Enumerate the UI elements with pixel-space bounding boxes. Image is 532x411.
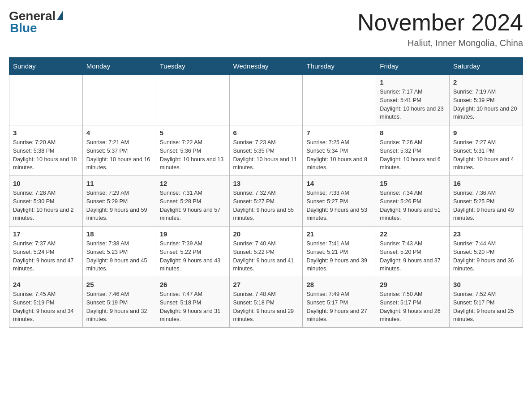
calendar-cell: 11Sunrise: 7:29 AMSunset: 5:29 PMDayligh… bbox=[82, 176, 156, 227]
day-info: Sunrise: 7:19 AMSunset: 5:39 PMDaylight:… bbox=[453, 88, 519, 121]
day-number: 14 bbox=[306, 180, 372, 187]
day-number: 15 bbox=[380, 180, 446, 187]
calendar-cell: 16Sunrise: 7:36 AMSunset: 5:25 PMDayligh… bbox=[450, 176, 523, 227]
day-number: 1 bbox=[380, 78, 446, 86]
calendar-cell: 5Sunrise: 7:22 AMSunset: 5:36 PMDaylight… bbox=[156, 125, 229, 176]
day-number: 19 bbox=[160, 230, 226, 238]
day-info: Sunrise: 7:37 AMSunset: 5:24 PMDaylight:… bbox=[13, 240, 79, 273]
day-number: 30 bbox=[453, 281, 519, 288]
day-info: Sunrise: 7:32 AMSunset: 5:27 PMDaylight:… bbox=[233, 189, 299, 223]
day-info: Sunrise: 7:50 AMSunset: 5:17 PMDaylight:… bbox=[380, 290, 446, 324]
day-number: 13 bbox=[233, 180, 299, 187]
calendar-cell bbox=[303, 75, 376, 125]
month-title: November 2024 bbox=[357, 9, 523, 36]
day-info: Sunrise: 7:46 AMSunset: 5:19 PMDaylight:… bbox=[86, 290, 152, 324]
day-info: Sunrise: 7:38 AMSunset: 5:23 PMDaylight:… bbox=[86, 240, 152, 273]
day-info: Sunrise: 7:36 AMSunset: 5:25 PMDaylight:… bbox=[453, 189, 519, 223]
day-info: Sunrise: 7:39 AMSunset: 5:22 PMDaylight:… bbox=[160, 240, 226, 273]
day-number: 5 bbox=[160, 129, 226, 137]
day-info: Sunrise: 7:26 AMSunset: 5:32 PMDaylight:… bbox=[380, 138, 446, 172]
day-number: 28 bbox=[306, 281, 372, 288]
day-info: Sunrise: 7:22 AMSunset: 5:36 PMDaylight:… bbox=[160, 138, 226, 172]
col-monday: Monday bbox=[82, 58, 156, 75]
day-number: 21 bbox=[306, 230, 372, 238]
day-info: Sunrise: 7:34 AMSunset: 5:26 PMDaylight:… bbox=[380, 189, 446, 223]
logo-arrow-icon bbox=[57, 10, 63, 20]
calendar-cell: 23Sunrise: 7:44 AMSunset: 5:20 PMDayligh… bbox=[450, 227, 523, 277]
day-number: 2 bbox=[453, 78, 519, 86]
calendar-cell: 9Sunrise: 7:27 AMSunset: 5:31 PMDaylight… bbox=[450, 125, 523, 176]
day-number: 12 bbox=[160, 180, 226, 187]
calendar-cell: 8Sunrise: 7:26 AMSunset: 5:32 PMDaylight… bbox=[376, 125, 450, 176]
calendar-cell bbox=[156, 75, 229, 125]
day-number: 11 bbox=[86, 180, 152, 187]
day-info: Sunrise: 7:45 AMSunset: 5:19 PMDaylight:… bbox=[13, 290, 79, 324]
calendar-cell: 27Sunrise: 7:48 AMSunset: 5:18 PMDayligh… bbox=[229, 277, 303, 328]
day-number: 6 bbox=[233, 129, 299, 137]
day-number: 24 bbox=[13, 281, 79, 288]
day-info: Sunrise: 7:52 AMSunset: 5:17 PMDaylight:… bbox=[453, 290, 519, 324]
day-number: 3 bbox=[13, 129, 79, 137]
calendar-cell: 19Sunrise: 7:39 AMSunset: 5:22 PMDayligh… bbox=[156, 227, 229, 277]
calendar-cell: 14Sunrise: 7:33 AMSunset: 5:27 PMDayligh… bbox=[303, 176, 376, 227]
calendar-cell: 24Sunrise: 7:45 AMSunset: 5:19 PMDayligh… bbox=[9, 277, 83, 328]
col-friday: Friday bbox=[376, 58, 450, 75]
day-info: Sunrise: 7:20 AMSunset: 5:38 PMDaylight:… bbox=[13, 138, 79, 172]
calendar-cell: 26Sunrise: 7:47 AMSunset: 5:18 PMDayligh… bbox=[156, 277, 229, 328]
day-info: Sunrise: 7:49 AMSunset: 5:17 PMDaylight:… bbox=[306, 290, 372, 324]
calendar-cell: 10Sunrise: 7:28 AMSunset: 5:30 PMDayligh… bbox=[9, 176, 83, 227]
day-number: 8 bbox=[380, 129, 446, 137]
calendar-cell: 6Sunrise: 7:23 AMSunset: 5:35 PMDaylight… bbox=[229, 125, 303, 176]
day-info: Sunrise: 7:21 AMSunset: 5:37 PMDaylight:… bbox=[86, 138, 152, 172]
calendar-header-row: Sunday Monday Tuesday Wednesday Thursday… bbox=[9, 58, 523, 75]
calendar-week-4: 17Sunrise: 7:37 AMSunset: 5:24 PMDayligh… bbox=[9, 227, 523, 277]
calendar-cell: 3Sunrise: 7:20 AMSunset: 5:38 PMDaylight… bbox=[9, 125, 83, 176]
day-info: Sunrise: 7:17 AMSunset: 5:41 PMDaylight:… bbox=[380, 88, 446, 121]
page-header: General Blue November 2024 Haliut, Inner… bbox=[9, 9, 523, 48]
day-info: Sunrise: 7:25 AMSunset: 5:34 PMDaylight:… bbox=[306, 138, 372, 172]
day-number: 10 bbox=[13, 180, 79, 187]
calendar-week-3: 10Sunrise: 7:28 AMSunset: 5:30 PMDayligh… bbox=[9, 176, 523, 227]
calendar-cell: 7Sunrise: 7:25 AMSunset: 5:34 PMDaylight… bbox=[303, 125, 376, 176]
col-wednesday: Wednesday bbox=[229, 58, 303, 75]
calendar-cell: 25Sunrise: 7:46 AMSunset: 5:19 PMDayligh… bbox=[82, 277, 156, 328]
calendar-cell bbox=[9, 75, 83, 125]
day-info: Sunrise: 7:44 AMSunset: 5:20 PMDaylight:… bbox=[453, 240, 519, 273]
day-number: 7 bbox=[306, 129, 372, 137]
calendar-cell: 18Sunrise: 7:38 AMSunset: 5:23 PMDayligh… bbox=[82, 227, 156, 277]
day-number: 17 bbox=[13, 230, 79, 238]
calendar-cell: 30Sunrise: 7:52 AMSunset: 5:17 PMDayligh… bbox=[450, 277, 523, 328]
calendar-cell: 21Sunrise: 7:41 AMSunset: 5:21 PMDayligh… bbox=[303, 227, 376, 277]
col-saturday: Saturday bbox=[450, 58, 523, 75]
day-info: Sunrise: 7:23 AMSunset: 5:35 PMDaylight:… bbox=[233, 138, 299, 172]
calendar-week-1: 1Sunrise: 7:17 AMSunset: 5:41 PMDaylight… bbox=[9, 75, 523, 125]
calendar-cell: 20Sunrise: 7:40 AMSunset: 5:22 PMDayligh… bbox=[229, 227, 303, 277]
day-info: Sunrise: 7:31 AMSunset: 5:28 PMDaylight:… bbox=[160, 189, 226, 223]
day-info: Sunrise: 7:48 AMSunset: 5:18 PMDaylight:… bbox=[233, 290, 299, 324]
day-info: Sunrise: 7:41 AMSunset: 5:21 PMDaylight:… bbox=[306, 240, 372, 273]
calendar-week-2: 3Sunrise: 7:20 AMSunset: 5:38 PMDaylight… bbox=[9, 125, 523, 176]
day-info: Sunrise: 7:27 AMSunset: 5:31 PMDaylight:… bbox=[453, 138, 519, 172]
day-info: Sunrise: 7:43 AMSunset: 5:20 PMDaylight:… bbox=[380, 240, 446, 273]
location-subtitle: Haliut, Inner Mongolia, China bbox=[357, 38, 523, 48]
calendar-week-5: 24Sunrise: 7:45 AMSunset: 5:19 PMDayligh… bbox=[9, 277, 523, 328]
calendar-table: Sunday Monday Tuesday Wednesday Thursday… bbox=[9, 57, 523, 328]
calendar-cell: 17Sunrise: 7:37 AMSunset: 5:24 PMDayligh… bbox=[9, 227, 83, 277]
day-number: 9 bbox=[453, 129, 519, 137]
day-info: Sunrise: 7:47 AMSunset: 5:18 PMDaylight:… bbox=[160, 290, 226, 324]
calendar-cell: 29Sunrise: 7:50 AMSunset: 5:17 PMDayligh… bbox=[376, 277, 450, 328]
calendar-cell bbox=[229, 75, 303, 125]
calendar-cell: 1Sunrise: 7:17 AMSunset: 5:41 PMDaylight… bbox=[376, 75, 450, 125]
day-number: 23 bbox=[453, 230, 519, 238]
day-info: Sunrise: 7:29 AMSunset: 5:29 PMDaylight:… bbox=[86, 189, 152, 223]
col-tuesday: Tuesday bbox=[156, 58, 229, 75]
calendar-cell: 4Sunrise: 7:21 AMSunset: 5:37 PMDaylight… bbox=[82, 125, 156, 176]
calendar-cell: 12Sunrise: 7:31 AMSunset: 5:28 PMDayligh… bbox=[156, 176, 229, 227]
day-number: 25 bbox=[86, 281, 152, 288]
day-number: 29 bbox=[380, 281, 446, 288]
day-number: 26 bbox=[160, 281, 226, 288]
title-area: November 2024 Haliut, Inner Mongolia, Ch… bbox=[357, 9, 523, 48]
day-number: 18 bbox=[86, 230, 152, 238]
calendar-cell: 13Sunrise: 7:32 AMSunset: 5:27 PMDayligh… bbox=[229, 176, 303, 227]
calendar-cell: 15Sunrise: 7:34 AMSunset: 5:26 PMDayligh… bbox=[376, 176, 450, 227]
